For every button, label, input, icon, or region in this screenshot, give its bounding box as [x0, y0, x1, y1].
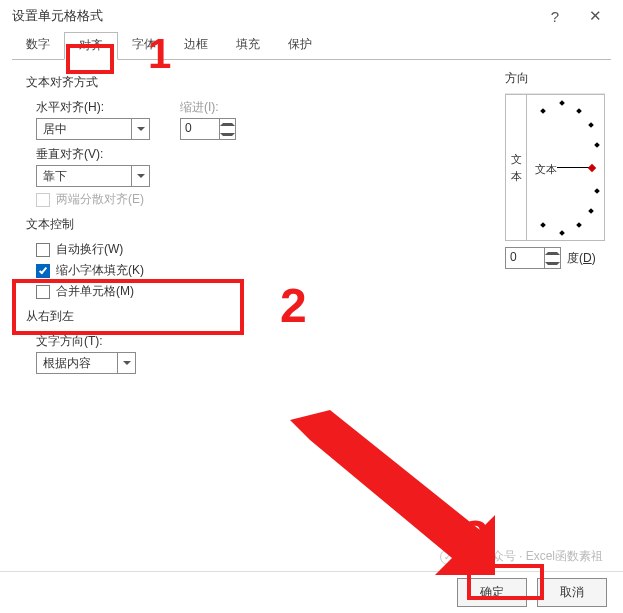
halign-value: 居中 — [37, 119, 131, 139]
valign-combo[interactable]: 靠下 — [36, 165, 150, 187]
annotation-number-3: 3 — [462, 510, 489, 565]
tab-fill[interactable]: 填充 — [222, 32, 274, 60]
shrink-label: 缩小字体填充(K) — [56, 262, 144, 279]
spinner-up-icon[interactable] — [220, 119, 235, 129]
close-button[interactable]: ✕ — [575, 0, 615, 32]
tab-border[interactable]: 边框 — [170, 32, 222, 60]
halign-label: 水平对齐(H): — [36, 99, 150, 116]
text-dir-value: 根据内容 — [37, 353, 117, 373]
tab-number[interactable]: 数字 — [12, 32, 64, 60]
spinner-up-icon[interactable] — [545, 248, 560, 258]
halign-combo[interactable]: 居中 — [36, 118, 150, 140]
annotation-number-2: 2 — [280, 278, 307, 333]
chevron-down-icon — [117, 353, 135, 373]
merge-label: 合并单元格(M) — [56, 283, 134, 300]
wechat-icon: ✓ — [440, 549, 456, 565]
text-dir-label: 文字方向(T): — [36, 333, 607, 350]
spinner-down-icon[interactable] — [545, 258, 560, 268]
spinner-down-icon[interactable] — [220, 129, 235, 139]
indent-value: 0 — [181, 119, 219, 139]
dialog-title: 设置单元格格式 — [12, 7, 535, 25]
group-rtl: 从右到左 — [26, 308, 607, 325]
degree-label: 度(D) — [567, 250, 596, 267]
tab-alignment[interactable]: 对齐 — [64, 32, 118, 60]
cancel-button[interactable]: 取消 — [537, 578, 607, 607]
tab-bar: 数字 对齐 字体 边框 填充 保护 — [0, 32, 623, 60]
orientation-handle[interactable] — [588, 164, 596, 172]
indent-spinner[interactable]: 0 — [180, 118, 236, 140]
degree-value: 0 — [506, 248, 544, 268]
ok-button[interactable]: 确定 — [457, 578, 527, 607]
indent-label: 缩进(I): — [180, 99, 236, 116]
text-dir-combo[interactable]: 根据内容 — [36, 352, 136, 374]
justify-label: 两端分散对齐(E) — [56, 191, 144, 208]
chevron-down-icon — [131, 166, 149, 186]
merge-checkbox[interactable]: 合并单元格(M) — [36, 283, 607, 300]
orientation-dial[interactable]: 文本 — [527, 94, 605, 241]
valign-value: 靠下 — [37, 166, 131, 186]
group-orientation: 方向 — [505, 70, 605, 87]
orientation-vertical-button[interactable]: 文 本 — [505, 94, 527, 241]
annotation-number-1: 1 — [148, 30, 171, 78]
tab-protection[interactable]: 保护 — [274, 32, 326, 60]
degree-spinner[interactable]: 0 — [505, 247, 561, 269]
wrap-label: 自动换行(W) — [56, 241, 123, 258]
chevron-down-icon — [131, 119, 149, 139]
help-button[interactable]: ? — [535, 0, 575, 32]
orientation-dial-label: 文本 — [535, 162, 557, 177]
